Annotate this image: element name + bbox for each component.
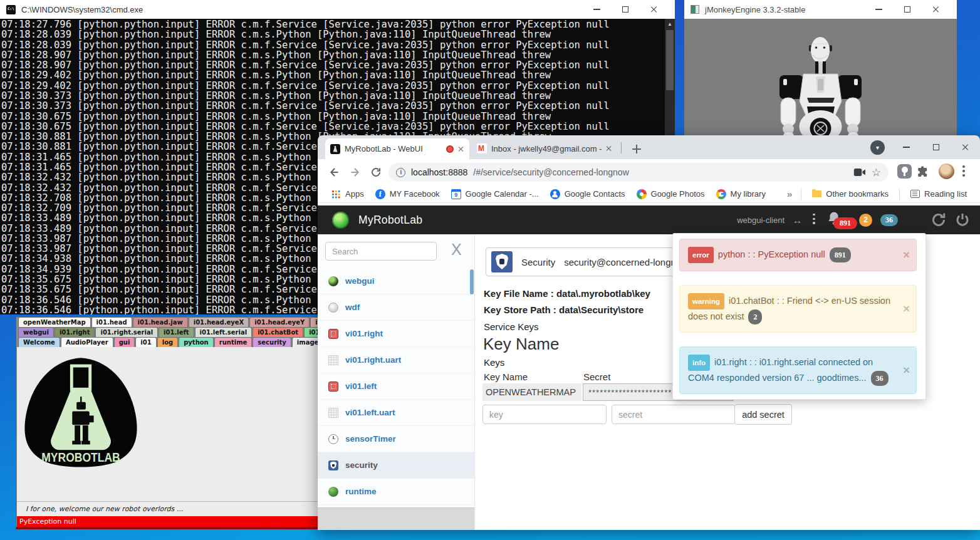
reading-list-button[interactable]: Reading list xyxy=(905,189,972,199)
swing-tab[interactable]: i01.head.jaw xyxy=(133,317,188,327)
bookmark-star-icon[interactable] xyxy=(872,167,881,178)
alert-level-badge: warning xyxy=(688,293,724,309)
scroll-up-icon[interactable]: ▲ xyxy=(665,19,675,29)
profile-avatar[interactable] xyxy=(939,164,954,179)
swing-tab[interactable]: log xyxy=(157,337,178,347)
warning-count-badge[interactable]: 2 xyxy=(859,214,872,227)
service-list-item[interactable]: sensorTimer xyxy=(318,426,474,452)
column-key-name: Key Name xyxy=(484,371,528,382)
service-icon xyxy=(328,382,338,392)
cmd-close-button[interactable] xyxy=(640,0,669,19)
cmd-scrollbar-thumb[interactable] xyxy=(666,30,674,90)
swing-tab[interactable]: AudioPlayer xyxy=(61,337,113,347)
camera-icon[interactable] xyxy=(853,168,866,177)
service-list-item[interactable]: runtime xyxy=(318,479,474,505)
bookmark-item[interactable]: Apps xyxy=(325,189,370,199)
jme-maximize-button[interactable] xyxy=(893,0,922,19)
site-info-icon[interactable] xyxy=(396,168,405,177)
service-list-item[interactable]: vi01.right xyxy=(318,321,474,347)
bookmark-item[interactable]: My library xyxy=(711,189,771,199)
other-bookmarks-button[interactable]: Other bookmarks xyxy=(806,189,894,199)
search-clear-button[interactable]: X xyxy=(451,241,462,259)
swing-tab[interactable]: i01.right.serial xyxy=(95,327,158,337)
jme-titlebar[interactable]: jMonkeyEngine 3.3.2-stable xyxy=(684,0,957,19)
forward-icon[interactable] xyxy=(349,166,362,179)
power-icon[interactable] xyxy=(955,212,970,228)
jme-close-button[interactable] xyxy=(922,0,951,19)
client-label: webgui-client xyxy=(737,215,785,225)
swing-tab[interactable]: runtime xyxy=(214,337,253,347)
bookmark-icon xyxy=(637,189,647,199)
service-list-item[interactable]: vi01.left.uart xyxy=(318,400,474,426)
swing-tab[interactable]: i01 xyxy=(135,337,156,347)
bookmark-item[interactable]: Google Contacts xyxy=(545,189,631,199)
tab-close-icon[interactable] xyxy=(606,145,612,152)
bookmark-item[interactable]: MY Facebook xyxy=(370,189,446,199)
cmd-titlebar[interactable]: C:\WINDOWS\system32\cmd.exe xyxy=(0,0,675,19)
tab-myrobotlab[interactable]: MyRobotLab - WebUI xyxy=(325,138,469,159)
bookmark-item[interactable]: Google Photos xyxy=(631,189,711,199)
cmd-icon xyxy=(6,5,16,14)
cmd-minimize-button[interactable] xyxy=(582,0,611,19)
bookmark-icon xyxy=(331,189,341,199)
secret-input[interactable] xyxy=(612,405,736,424)
alert-close-icon[interactable] xyxy=(903,302,910,316)
swing-tab[interactable]: i01.head.eyeX xyxy=(189,317,249,327)
swing-tab[interactable]: i01.head.eyeY xyxy=(249,317,310,327)
service-list-item[interactable]: vi01.right.uart xyxy=(318,347,474,373)
add-secret-button[interactable]: add secret xyxy=(734,404,792,425)
refresh-icon[interactable] xyxy=(930,212,947,228)
alert-text: python : : PyException null xyxy=(718,249,825,259)
swing-tab[interactable]: openWeatherMap xyxy=(18,317,91,327)
service-list: webgui wdf vi01.right xyxy=(318,268,474,505)
service-list-item[interactable]: webgui xyxy=(318,268,474,294)
extensions-puzzle-icon[interactable] xyxy=(917,165,929,178)
search-input[interactable] xyxy=(325,242,437,261)
chrome-minimize-button[interactable] xyxy=(892,135,921,159)
new-tab-button[interactable] xyxy=(628,141,645,157)
service-list-item[interactable]: wdf xyxy=(318,294,474,321)
tab-gmail[interactable]: Inbox - jwkelly49@gmail.com - G xyxy=(473,140,616,157)
chrome-menu-icon[interactable] xyxy=(962,165,965,179)
bookmarks-bar: Apps MY Facebook Google Calendar -... xyxy=(318,185,980,203)
jme-title: jMonkeyEngine 3.3.2-stable xyxy=(705,5,805,14)
keep-extension-icon[interactable] xyxy=(897,164,912,179)
swing-tab[interactable]: webgui xyxy=(18,327,54,337)
swing-tab[interactable]: i01.right xyxy=(55,327,95,337)
swing-tab[interactable]: Welcome xyxy=(18,337,60,347)
chrome-close-button[interactable] xyxy=(951,135,980,159)
swing-tab[interactable]: i01.head xyxy=(91,317,132,327)
jme-minimize-button[interactable] xyxy=(864,0,893,19)
cmd-maximize-button[interactable] xyxy=(611,0,640,19)
alert-close-icon[interactable] xyxy=(903,248,910,262)
error-count-badge[interactable]: 891 xyxy=(833,217,857,229)
swing-tab[interactable]: i01.left xyxy=(159,327,194,337)
service-label: sensorTimer xyxy=(345,434,396,444)
swing-tab[interactable]: python xyxy=(179,337,214,347)
swing-tab[interactable]: i01.chatBot xyxy=(253,327,303,337)
alert-close-icon[interactable] xyxy=(903,363,910,377)
swing-tab[interactable]: i01.left.serial xyxy=(195,327,253,337)
service-list-item[interactable]: vi01.left xyxy=(318,373,474,400)
tab-close-icon[interactable] xyxy=(458,146,464,152)
key-input[interactable] xyxy=(482,405,607,424)
connection-arrow-icon xyxy=(793,215,802,226)
address-bar[interactable]: localhost:8888 /#/service/security@conce… xyxy=(388,163,889,182)
bookmarks-overflow-icon[interactable]: » xyxy=(783,189,796,199)
notifications-bell[interactable]: 891 xyxy=(826,210,851,229)
chrome-maximize-button[interactable] xyxy=(921,135,951,159)
webui-menu-icon[interactable] xyxy=(813,214,815,227)
jme-window-controls xyxy=(864,0,951,19)
bookmark-item[interactable]: Google Calendar -... xyxy=(446,189,545,199)
info-count-badge[interactable]: 36 xyxy=(880,214,898,226)
swing-status-bar: I for one, welcome our new robot overlor… xyxy=(17,501,365,516)
swing-tab[interactable]: gui xyxy=(114,337,135,347)
swing-tab[interactable]: security xyxy=(253,337,291,347)
reload-icon[interactable] xyxy=(370,167,382,178)
tab-search-button[interactable] xyxy=(870,140,885,155)
security-shield-icon xyxy=(491,251,513,273)
column-secret: Secret xyxy=(583,371,610,382)
back-icon[interactable] xyxy=(328,166,340,179)
service-list-item[interactable]: security xyxy=(318,452,474,479)
sidebar-scrollbar-thumb[interactable] xyxy=(470,269,474,294)
